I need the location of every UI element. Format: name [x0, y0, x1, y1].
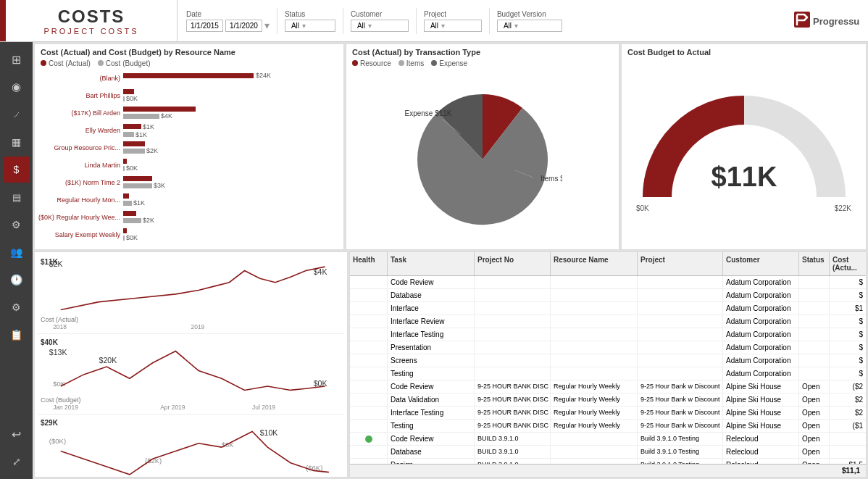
td-health — [350, 289, 388, 301]
td-task: Data Validation — [388, 393, 475, 406]
customer-select[interactable]: All▾ — [351, 20, 409, 32]
date-label: Date — [186, 10, 270, 18]
filter-bar: Date 1/1/2015 1/1/2020 ▾ Status All▾ Cus… — [178, 0, 868, 41]
project-label: Project — [424, 10, 482, 18]
td-health — [350, 433, 388, 445]
td-resource: Regular Hourly Weekly — [551, 380, 638, 393]
project-filter-group: Project All▾ — [424, 10, 482, 32]
sidebar-item-users[interactable]: 👥 — [4, 239, 30, 265]
table-row[interactable]: Interface ReviewAdatum Corporation$ — [350, 315, 866, 328]
td-status — [799, 276, 830, 288]
pie-svg: Expense $11K Items $14K — [403, 80, 562, 239]
td-resource — [551, 289, 638, 301]
td-health — [350, 315, 388, 328]
sidebar-item-clock[interactable]: 🕐 — [4, 267, 30, 293]
sidebar-item-expand[interactable]: ⤢ — [4, 449, 30, 475]
td-cost: $ — [830, 276, 866, 288]
table-body[interactable]: Code ReviewAdatum Corporation$DatabaseAd… — [350, 276, 866, 464]
td-status: Open — [799, 420, 830, 432]
td-status: Open — [799, 407, 830, 419]
td-projno — [475, 354, 551, 367]
sidebar-item-calendar[interactable]: ▤ — [4, 184, 30, 210]
td-task: Database — [388, 446, 475, 458]
th-task: Task — [388, 252, 475, 275]
td-customer: Alpine Ski House — [723, 380, 799, 393]
status-select[interactable]: All▾ — [285, 20, 335, 32]
table-row[interactable]: PresentationAdatum Corporation$ — [350, 341, 866, 354]
th-customer: Customer — [723, 252, 799, 275]
td-status: Open — [799, 446, 830, 458]
sidebar-item-report[interactable]: 📋 — [4, 322, 30, 348]
table-row[interactable]: DatabaseBUILD 3.9.1.0Build 3.9.1.0 Testi… — [350, 446, 866, 459]
table-row[interactable]: Code ReviewBUILD 3.9.1.0Build 3.9.1.0 Te… — [350, 433, 866, 446]
td-project — [638, 341, 723, 354]
sidebar-item-grid[interactable]: ▦ — [4, 129, 30, 155]
td-task: Screens — [388, 354, 475, 367]
td-resource: Regular Hourly Weekly — [551, 420, 638, 432]
td-project — [638, 302, 723, 315]
td-customer: Adatum Corporation — [723, 276, 799, 288]
td-customer: Alpine Ski House — [723, 420, 799, 432]
bar-row-bart: Bart Phillips $0K — [38, 88, 341, 103]
date-from-input[interactable]: 1/1/2015 — [186, 20, 223, 32]
td-projno — [475, 328, 551, 341]
td-task: Testing — [388, 367, 475, 380]
table-row[interactable]: Testing9-25 HOUR BANK DISCRegular Hourly… — [350, 420, 866, 433]
project-select[interactable]: All▾ — [424, 20, 482, 32]
bar-row-norm: ($1K) Norm Time 2 $3K — [38, 175, 341, 190]
sidebar-item-home[interactable]: ⊞ — [4, 46, 30, 72]
table-row[interactable]: ScreensAdatum Corporation$ — [350, 354, 866, 367]
td-health — [350, 393, 388, 406]
table-footer: $11,1 — [350, 464, 866, 477]
table-row[interactable]: InterfaceAdatum Corporation$1 — [350, 302, 866, 315]
table-row[interactable]: Data Validation9-25 HOUR BANK DISCRegula… — [350, 393, 866, 407]
table-row[interactable]: Code Review9-25 HOUR BANK DISCRegular Ho… — [350, 380, 866, 393]
svg-text:Expense $11K: Expense $11K — [404, 109, 451, 117]
td-projno — [475, 289, 551, 301]
bar-row-reg-mon: Regular Hourly Mon... $1K — [38, 193, 341, 207]
sidebar: ⊞ ◉ ⟋ ▦ $ ▤ ⚙ 👥 🕐 ⚙ 📋 ↩ ⤢ — [0, 42, 33, 479]
td-customer: Adatum Corporation — [723, 367, 799, 380]
td-customer: Adatum Corporation — [723, 289, 799, 301]
td-projno: 9-25 HOUR BANK DISC — [475, 420, 551, 432]
table-row[interactable]: DesignBUILD 3.9.1.0Build 3.9.1.0 Testing… — [350, 459, 866, 464]
td-status: Open — [799, 380, 830, 393]
td-cost: $1.5 — [830, 459, 866, 464]
table-row[interactable]: Code ReviewAdatum Corporation$ — [350, 276, 866, 289]
table-row[interactable]: DatabaseAdatum Corporation$ — [350, 289, 866, 302]
table-row[interactable]: Interface TestingAdatum Corporation$ — [350, 328, 866, 341]
brand-logo-area: Progressus — [794, 10, 859, 32]
td-projno: 9-25 HOUR BANK DISC — [475, 380, 551, 393]
sidebar-item-settings[interactable]: ⚙ — [4, 294, 30, 320]
sidebar-item-undo[interactable]: ↩ — [4, 421, 30, 447]
td-status: Open — [799, 459, 830, 464]
pie-chart-legend: Resource Items Expense — [346, 58, 619, 70]
sidebar-item-chart[interactable]: ⟋ — [4, 101, 30, 128]
th-projno: Project No — [475, 252, 551, 275]
table-row[interactable]: TestingAdatum Corporation$ — [350, 367, 866, 380]
sidebar-item-filter[interactable]: ⚙ — [4, 212, 30, 238]
td-customer: Relecloud — [723, 459, 799, 464]
date-to-input[interactable]: 1/1/2020 — [225, 20, 262, 32]
gauge-area: $11K $0K $22K — [622, 58, 866, 249]
bottom-row: $11K Cost (Actual) $2K $4K 2018 2019 $40… — [34, 251, 867, 478]
svg-text:($0K): ($0K) — [49, 436, 66, 444]
td-customer: Adatum Corporation — [723, 341, 799, 354]
td-projno: 9-25 HOUR BANK DISC — [475, 407, 551, 419]
td-status — [799, 354, 830, 367]
budget-select[interactable]: All▾ — [497, 20, 562, 32]
td-status — [799, 302, 830, 315]
gauge-min: $0K — [636, 204, 649, 212]
sidebar-item-dollar[interactable]: $ — [4, 157, 30, 183]
bar-chart-legend: Cost (Actual) Cost (Budget) — [35, 58, 343, 70]
td-cost: $2 — [830, 407, 866, 419]
td-task: Code Review — [388, 276, 475, 288]
td-health — [350, 341, 388, 354]
td-project: 9-25 Hour Bank w Discount — [638, 420, 723, 432]
td-cost: $ — [830, 354, 866, 367]
sidebar-item-person[interactable]: ◉ — [4, 74, 30, 100]
customer-filter-group: Customer All▾ — [351, 10, 409, 32]
bar-row-bill: ($17K) Bill Arden $4K — [38, 106, 341, 120]
td-customer: Adatum Corporation — [723, 354, 799, 367]
table-row[interactable]: Interface Testing9-25 HOUR BANK DISCRegu… — [350, 407, 866, 420]
